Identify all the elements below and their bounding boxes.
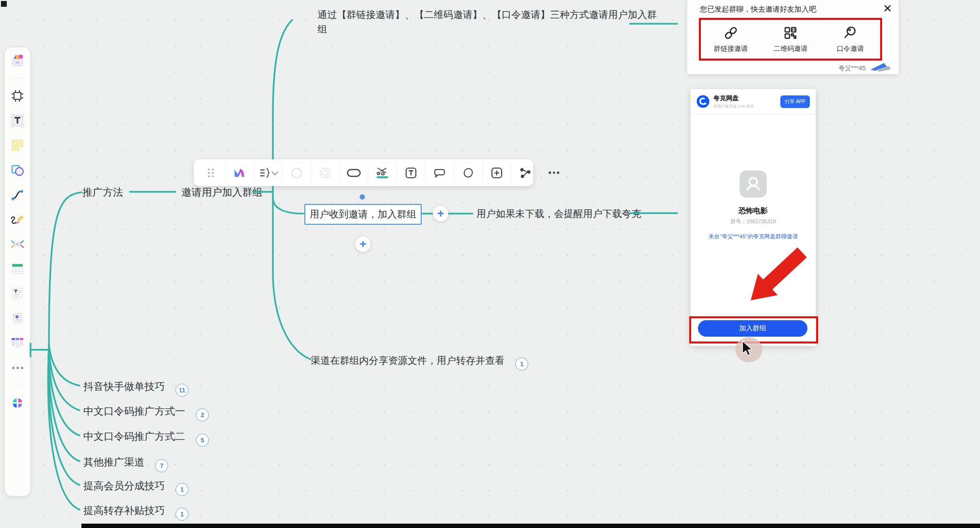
more-tools-icon[interactable] <box>10 360 25 375</box>
close-icon[interactable]: × <box>883 1 892 16</box>
branch-label: 中文口令码推广方式二 <box>83 431 185 442</box>
ai-assistant-icon[interactable] <box>225 164 254 182</box>
tools-sidebar <box>5 47 30 496</box>
plus-icon: + <box>437 208 444 219</box>
phone-app-banner: 夸克网盘 新用户最高送 1TB 空间 打开 APP <box>691 89 816 114</box>
whiteboard-canvas[interactable]: 推广方法 邀请用户加入群组 通过【群链接邀请】、【二维码邀请】、【口令邀请】三种… <box>0 0 980 528</box>
top-note-line2: 组 <box>317 22 657 36</box>
invite-option-qr[interactable]: 二维码邀请 <box>760 20 820 59</box>
sticky-note-icon[interactable] <box>10 138 25 153</box>
cards-icon[interactable] <box>10 311 25 326</box>
sidebar-divider <box>10 385 25 386</box>
collapse-badge[interactable]: 5 <box>196 434 209 447</box>
watermark-username: 夸父***45 <box>838 64 866 73</box>
collapse-badge[interactable]: 11 <box>175 384 189 397</box>
node-branch[interactable]: 中文口令码推广方式一2 <box>83 404 209 421</box>
invite-panel-title: 您已发起群聊，快去邀请好友加入吧 <box>700 5 816 14</box>
quark-logo-icon <box>696 95 710 108</box>
invite-options-screenshot: 您已发起群聊，快去邀请好友加入吧 × 群链接邀请 二维码邀请 口令邀请 夸父**… <box>687 0 899 74</box>
add-sibling-button[interactable]: + <box>355 236 371 252</box>
invite-option-label: 群链接邀请 <box>714 45 748 53</box>
more-options-icon[interactable] <box>540 164 568 182</box>
phone-app-names: 夸克网盘 新用户最高送 1TB 空间 <box>713 94 754 109</box>
branch-label: 抖音快手做单技巧 <box>83 381 165 392</box>
node-top-note[interactable]: 通过【群链接邀请】、【二维码邀请】、【口令邀请】三种方式邀请用户加入群 组 <box>317 7 657 36</box>
join-group-button[interactable]: 加入群组 <box>698 320 807 337</box>
context-toolbar <box>194 159 533 186</box>
plus-icon: + <box>360 238 366 250</box>
phone-screenshot: 夸克网盘 新用户最高送 1TB 空间 打开 APP 恐怖电影 群号：196373… <box>691 89 816 346</box>
top-note-line1: 通过【群链接邀请】、【二维码邀请】、【口令邀请】三种方式邀请用户加入群 <box>317 7 657 22</box>
annotations <box>0 0 980 528</box>
node-branch[interactable]: 提高转存补贴技巧1 <box>83 504 189 521</box>
branch-label: 提高转存补贴技巧 <box>83 505 165 516</box>
invite-option-label: 二维码邀请 <box>774 45 807 53</box>
node-branch[interactable]: 其他推广渠道7 <box>83 455 168 472</box>
text-node-icon[interactable] <box>397 164 426 182</box>
group-number: 群号：1963735319 <box>691 218 816 225</box>
insert-node-icon[interactable] <box>483 164 511 182</box>
collapse-badge[interactable]: 1 <box>175 483 189 496</box>
node-branch[interactable]: 中文口令码推广方式二5 <box>83 430 209 447</box>
pen-icon[interactable] <box>10 212 25 227</box>
group-name: 恐怖电影 <box>691 206 816 216</box>
drag-handle[interactable] <box>197 164 225 182</box>
table-icon[interactable] <box>10 262 25 276</box>
bottom-letterbox <box>81 524 980 528</box>
ring-shape-icon[interactable] <box>311 164 340 182</box>
text-tool-icon[interactable] <box>10 113 25 128</box>
sidebar-divider <box>10 78 25 78</box>
corner-mark <box>1 1 7 7</box>
collapse-badge[interactable]: 2 <box>196 408 209 421</box>
brand-swoosh-icon <box>869 62 892 73</box>
branch-style-icon[interactable] <box>368 164 397 182</box>
node-branch[interactable]: 抖音快手做单技巧11 <box>83 380 189 397</box>
phone-app-subtitle: 新用户最高送 1TB 空间 <box>713 104 754 109</box>
mindmap-connectors <box>0 0 980 528</box>
kanban-icon[interactable] <box>10 336 25 350</box>
frame-icon[interactable] <box>10 89 25 103</box>
open-app-button[interactable]: 打开 APP <box>780 95 810 108</box>
invite-option-passcode[interactable]: 口令邀请 <box>821 20 880 59</box>
qr-code-icon <box>783 25 798 41</box>
rounded-rect-shape-icon[interactable] <box>340 164 368 182</box>
relation-icon[interactable] <box>511 164 540 182</box>
branch-label: 中文口令码推广方式一 <box>83 405 185 417</box>
chevron-down-icon <box>271 168 278 175</box>
collapse-badge[interactable]: 1 <box>515 357 528 371</box>
node-share-note[interactable]: 渠道在群组内分享资源文件，用户转存并查看1 <box>311 354 528 371</box>
outline-style-dropdown[interactable] <box>254 164 283 182</box>
node-selection-handle[interactable] <box>360 194 365 200</box>
share-note-label: 渠道在群组内分享资源文件，用户转存并查看 <box>311 355 505 366</box>
apps-icon[interactable] <box>10 396 25 410</box>
node-download-note[interactable]: 用户如果未下载，会提醒用户下载夸克 <box>476 207 641 220</box>
node-invite-topic[interactable]: 邀请用户加入群组 <box>181 186 263 199</box>
templates-icon[interactable] <box>10 53 25 68</box>
branch-label: 提高会员分成技巧 <box>83 480 165 491</box>
add-child-button[interactable]: + <box>433 206 448 221</box>
connector-icon[interactable] <box>10 187 25 202</box>
branch-label: 其他推广渠道 <box>83 456 144 467</box>
circle-shape-icon[interactable] <box>283 164 311 182</box>
invite-option-label: 口令邀请 <box>837 45 864 53</box>
node-branch[interactable]: 提高会员分成技巧1 <box>83 479 189 496</box>
mind-map-icon[interactable] <box>10 237 25 251</box>
link-icon <box>723 25 739 41</box>
passcode-icon <box>842 25 858 41</box>
collapse-badge[interactable]: 1 <box>175 508 189 521</box>
freeform-shape-icon[interactable] <box>454 164 483 182</box>
node-selected[interactable]: 用户收到邀请，加入群组 <box>304 204 422 225</box>
person-icon <box>743 174 763 194</box>
collapse-badge[interactable]: 7 <box>155 459 168 472</box>
shapes-icon[interactable] <box>10 163 25 177</box>
phone-app-name: 夸克网盘 <box>713 94 754 103</box>
node-root[interactable]: 推广方法 <box>82 186 123 199</box>
invite-option-link[interactable]: 群链接邀请 <box>701 20 760 59</box>
invite-from-link[interactable]: 来自"夸父***45"的夸克网盘群聊邀请 <box>691 233 816 240</box>
group-avatar <box>740 171 767 198</box>
comment-icon[interactable] <box>426 164 454 182</box>
document-icon[interactable] <box>10 286 25 301</box>
highlight-red-box: 群链接邀请 二维码邀请 口令邀请 <box>699 18 882 61</box>
